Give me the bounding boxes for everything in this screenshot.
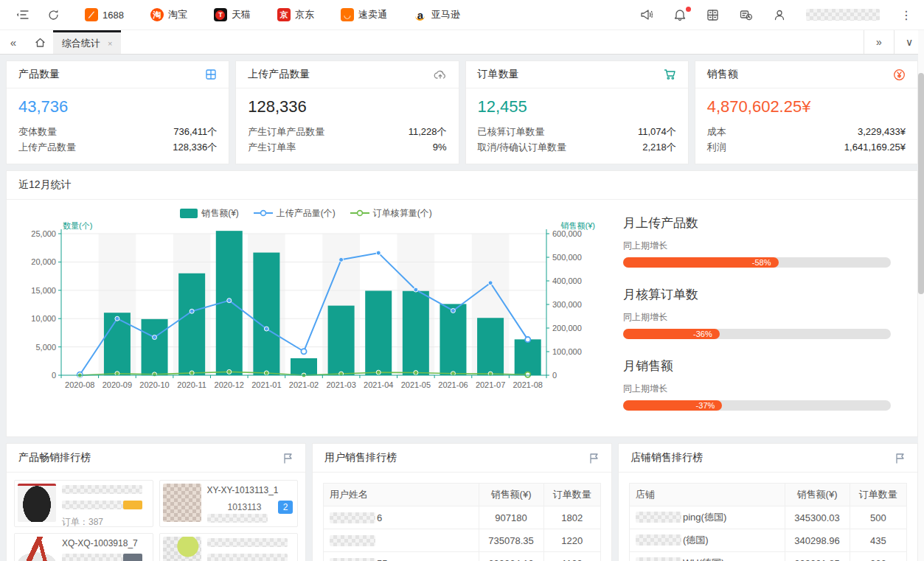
product-card[interactable]: XY-XY-1013113_110131132	[159, 480, 299, 527]
metric-title: 月销售额	[623, 358, 891, 374]
product-id: XQ-XQ-1003918_7	[62, 538, 150, 548]
stat-row-label: 上传产品数量	[18, 139, 76, 155]
redacted-line	[207, 514, 268, 523]
count-badge: 2	[278, 501, 293, 514]
legend-uploaded[interactable]: 上传产品量(个)	[254, 207, 336, 220]
stat-row-value: 11,074个	[638, 124, 676, 139]
legend-orders[interactable]: 订单核算量(个)	[350, 207, 432, 220]
svg-text:600,000: 600,000	[552, 229, 582, 238]
stat-row-value: 11,228个	[409, 124, 447, 139]
card-title: 订单数量	[478, 68, 519, 81]
redacted-line	[62, 554, 142, 561]
product-info: XY-XY-1013113_110131132	[207, 484, 295, 523]
platform-tab-jd[interactable]: 京 京东	[277, 8, 314, 21]
product-id: XY-XY-1013113_1	[207, 485, 295, 495]
metric-label: 同上期增长	[623, 383, 891, 395]
table-row: 735078.351220	[324, 529, 601, 552]
refresh-icon[interactable]	[47, 9, 60, 21]
redacted-name	[636, 534, 681, 546]
platform-tabs: ⟋ 1688 淘 淘宝 T 天猫 京 京东 ◡ 速卖通 a 亚马逊	[85, 8, 460, 21]
scroll-tabs-left-icon[interactable]: «	[0, 30, 27, 54]
more-menu-icon[interactable]: ⋮	[900, 8, 912, 22]
svg-text:数量(个): 数量(个)	[63, 222, 92, 230]
redacted-line	[62, 485, 142, 494]
tmall-icon: T	[214, 8, 227, 21]
tab-label: 综合统计	[62, 37, 100, 50]
notification-badge	[686, 7, 691, 12]
metric-label: 同上期增长	[623, 311, 891, 324]
svg-text:2021-08: 2021-08	[513, 380, 543, 389]
svg-text:200,000: 200,000	[552, 324, 582, 332]
panel-bestselling-products: 产品畅销排行榜 订单：387XY-XY-1013113_110131132XQ-…	[6, 443, 306, 561]
panel-title: 用户销售排行榜	[324, 451, 397, 464]
platform-tab-tmall[interactable]: T 天猫	[214, 8, 251, 21]
metric-monthly-sales: 月销售额 同上期增长 -37%	[623, 358, 891, 411]
product-card[interactable]	[159, 533, 299, 561]
progress-fill: -36%	[623, 329, 720, 339]
service-clock-icon[interactable]	[740, 9, 753, 21]
announcement-icon[interactable]	[640, 9, 653, 21]
product-subid-row: 10131132	[207, 501, 295, 514]
platform-tab-taobao[interactable]: 淘 淘宝	[150, 8, 187, 21]
platform-tab-1688[interactable]: ⟋ 1688	[85, 8, 124, 21]
growth-metrics: 月上传产品数 同上期增长 -58% 月核算订单数 同上期增长 -36% 月销售额…	[598, 204, 910, 429]
stat-row-label: 已核算订单数量	[478, 124, 545, 139]
stat-row-value: 128,336个	[173, 139, 217, 155]
user-icon[interactable]	[774, 9, 785, 21]
card-order-count: 订单数量 12,455 已核算订单数量11,074个 取消/待确认订单数量2,2…	[465, 60, 689, 164]
bar-swatch	[180, 209, 198, 218]
sales-cell: 603264.13	[479, 552, 543, 561]
legend-sales[interactable]: 销售额(¥)	[180, 207, 239, 220]
page-scrollbar	[918, 30, 924, 561]
svg-text:2021-04: 2021-04	[364, 380, 393, 389]
chart-legend: 销售额(¥) 上传产品量(个) 订单核算量(个)	[14, 204, 598, 222]
svg-text:10,000: 10,000	[31, 314, 56, 323]
platform-label: 天猫	[232, 8, 251, 21]
report-grid-icon[interactable]	[706, 9, 719, 21]
order-count-text: 订单：387	[62, 516, 150, 529]
metric-title: 月上传产品数	[623, 215, 891, 231]
notification-bell-icon[interactable]	[674, 9, 686, 21]
svg-text:2021-06: 2021-06	[438, 380, 468, 389]
legend-label: 上传产品量(个)	[277, 207, 336, 220]
tab-close-icon[interactable]: ×	[108, 39, 112, 48]
product-subid: 1013113	[228, 502, 262, 512]
1688-icon: ⟋	[85, 8, 98, 21]
column-header: 用户姓名	[324, 484, 479, 506]
stat-value: 4,870,602.25¥	[707, 97, 906, 116]
ranking-panels-row: 产品畅销排行榜 订单：387XY-XY-1013113_110131132XQ-…	[6, 443, 918, 561]
redacted-line	[207, 554, 288, 561]
column-header: 销售额(¥)	[785, 484, 850, 506]
name-cell: WU(德国)	[630, 552, 785, 561]
menu-fold-icon[interactable]	[16, 9, 29, 21]
svg-text:500,000: 500,000	[552, 253, 582, 262]
scroll-tabs-right-icon[interactable]: »	[864, 30, 894, 54]
column-header: 店铺	[630, 484, 785, 506]
table-row: 69071801802	[324, 506, 601, 529]
flag-icon	[282, 453, 293, 464]
orders-cell: 435	[850, 529, 906, 552]
username-redacted[interactable]	[806, 9, 880, 21]
name-cell: (德国)	[630, 529, 785, 552]
platform-label: 速卖通	[358, 8, 387, 21]
orders-cell: 500	[850, 506, 906, 529]
tab-comprehensive-stats[interactable]: 综合统计 ×	[53, 30, 121, 54]
panel-shop-sales-ranking: 店铺销售排行榜 店铺销售额(¥)订单数量ping(德国)345300.03500…	[618, 443, 918, 561]
product-card[interactable]: 订单：387	[14, 480, 153, 527]
home-icon[interactable]	[27, 30, 53, 54]
sales-cell: 907180	[479, 506, 543, 529]
section-title: 近12月统计	[18, 178, 72, 192]
column-header: 销售额(¥)	[479, 484, 543, 506]
card-sales-amount: 销售额 4,870,602.25¥ 成本3,229,433¥ 利润1,641,1…	[695, 60, 918, 164]
stat-value: 43,736	[18, 97, 217, 116]
scrollbar-thumb[interactable]	[918, 73, 924, 294]
redacted-line	[62, 501, 142, 509]
platform-tab-aliexpress[interactable]: ◡ 速卖通	[341, 8, 387, 21]
cart-icon	[664, 69, 676, 80]
legend-label: 销售额(¥)	[201, 207, 239, 220]
metric-monthly-orders: 月核算订单数 同上期增长 -36%	[623, 286, 891, 339]
table-row: ping(德国)345300.03500	[630, 506, 907, 529]
product-card[interactable]: XQ-XQ-1003918_7	[14, 533, 153, 561]
cloud-upload-icon	[434, 69, 447, 80]
platform-tab-amazon[interactable]: a 亚马逊	[414, 8, 460, 21]
